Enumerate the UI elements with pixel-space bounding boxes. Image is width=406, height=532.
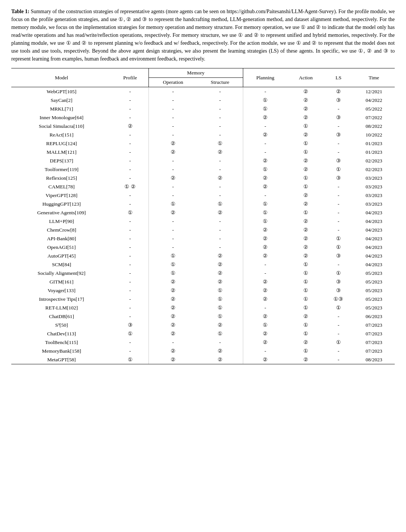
cell-6: ①③ xyxy=(324,295,353,303)
cell-5: ① xyxy=(288,347,324,355)
cell-5: ② xyxy=(288,113,324,122)
cell-6: - xyxy=(324,200,353,208)
cell-5: ② xyxy=(288,87,324,96)
cell-2: ② xyxy=(148,303,197,312)
cell-1: - xyxy=(112,312,148,321)
cell-7: 05/2023 xyxy=(353,286,395,295)
cell-7: 01/2023 xyxy=(353,139,395,148)
table-row: Voyager[133]-②①②①③05/2023 xyxy=(11,286,395,295)
cell-1: - xyxy=(112,295,148,303)
cell-7: 04/2023 xyxy=(353,252,395,260)
cell-6: - xyxy=(324,312,353,321)
cell-2: ② xyxy=(148,329,197,338)
cell-5: ② xyxy=(288,96,324,105)
cell-3: - xyxy=(197,226,243,234)
cell-3: - xyxy=(197,234,243,243)
cell-7: 02/2023 xyxy=(353,156,395,165)
model-name: ChatDev[113] xyxy=(11,329,112,338)
cell-4: ② xyxy=(243,182,288,191)
model-name: Socially Alignment[92] xyxy=(11,269,112,277)
cell-1: - xyxy=(112,191,148,200)
cell-5: ① xyxy=(288,148,324,156)
cell-3: ② xyxy=(197,269,243,277)
cell-7: 04/2023 xyxy=(353,226,395,234)
cell-3: ② xyxy=(197,208,243,217)
cell-2: - xyxy=(148,226,197,234)
cell-3: ② xyxy=(197,321,243,329)
cell-2: - xyxy=(148,96,197,105)
cell-1: - xyxy=(112,156,148,165)
cell-1: ② xyxy=(112,122,148,130)
cell-6: ① xyxy=(324,269,353,277)
table-row: OpenAGI[51]---②②①04/2023 xyxy=(11,243,395,252)
model-name: WebGPT[105] xyxy=(11,87,112,96)
cell-5: ② xyxy=(288,200,324,208)
cell-4: - xyxy=(243,139,288,148)
cell-3: - xyxy=(197,96,243,105)
cell-7: 07/2023 xyxy=(353,347,395,355)
cell-2: - xyxy=(148,217,197,226)
cell-4: ① xyxy=(243,321,288,329)
table-row: WebGPT[105]----②②12/2021 xyxy=(11,87,395,96)
cell-3: ② xyxy=(197,260,243,269)
cell-2: ② xyxy=(148,286,197,295)
cell-6: ② xyxy=(324,87,353,96)
cell-5: ① xyxy=(288,269,324,277)
model-name: Social Simulacra[110] xyxy=(11,122,112,130)
cell-1: - xyxy=(112,338,148,347)
cell-5: ① xyxy=(288,321,324,329)
cell-4: - xyxy=(243,191,288,200)
cell-4: ② xyxy=(243,156,288,165)
cell-4: - xyxy=(243,303,288,312)
cell-1: - xyxy=(112,252,148,260)
cell-3: ① xyxy=(197,303,243,312)
cell-3: - xyxy=(197,130,243,139)
cell-5: ② xyxy=(288,156,324,165)
cell-2: - xyxy=(148,105,197,113)
cell-5: ① xyxy=(288,208,324,217)
cell-5: ② xyxy=(288,226,324,234)
cell-2: - xyxy=(148,338,197,347)
cell-2: ① xyxy=(148,260,197,269)
cell-6: ③ xyxy=(324,277,353,286)
cell-3: - xyxy=(197,338,243,347)
cell-7: 01/2023 xyxy=(353,148,395,156)
model-name: MALLM[121] xyxy=(11,148,112,156)
col-header-operation: Operation xyxy=(148,78,197,87)
cell-5: ② xyxy=(288,252,324,260)
cell-2: ② xyxy=(148,208,197,217)
model-name: HuggingGPT[123] xyxy=(11,200,112,208)
cell-3: - xyxy=(197,182,243,191)
model-name: ChatDB[61] xyxy=(11,312,112,321)
cell-7: 07/2023 xyxy=(353,321,395,329)
cell-7: 04/2022 xyxy=(353,96,395,105)
cell-4: ② xyxy=(243,286,288,295)
table-row: ReAct[151]---②②③10/2022 xyxy=(11,130,395,139)
cell-6: ③ xyxy=(324,174,353,182)
cell-7: 05/2023 xyxy=(353,277,395,286)
cell-1: - xyxy=(112,113,148,122)
table-row: GITM[161]-②②②①③05/2023 xyxy=(11,277,395,286)
cell-3: ② xyxy=(197,252,243,260)
cell-5: ① xyxy=(288,122,324,130)
summary-table: Model Profile Memory Planning Action LS … xyxy=(11,68,395,364)
model-name: MRKL[71] xyxy=(11,105,112,113)
cell-6: - xyxy=(324,105,353,113)
cell-2: - xyxy=(148,113,197,122)
cell-1: - xyxy=(112,148,148,156)
cell-1: - xyxy=(112,96,148,105)
cell-1: - xyxy=(112,243,148,252)
cell-2: - xyxy=(148,122,197,130)
cell-6: - xyxy=(324,122,353,130)
cell-3: - xyxy=(197,243,243,252)
cell-3: ① xyxy=(197,329,243,338)
cell-7: 10/2022 xyxy=(353,130,395,139)
cell-4: ① xyxy=(243,105,288,113)
col-header-time: Time xyxy=(353,68,395,87)
col-header-profile: Profile xyxy=(112,68,148,87)
table-row: SCM[84]-①②-①-04/2023 xyxy=(11,260,395,269)
cell-2: ② xyxy=(148,355,197,364)
table-row: MRKL[71]---①②-05/2022 xyxy=(11,105,395,113)
cell-6: ① xyxy=(324,303,353,312)
cell-5: ② xyxy=(288,130,324,139)
